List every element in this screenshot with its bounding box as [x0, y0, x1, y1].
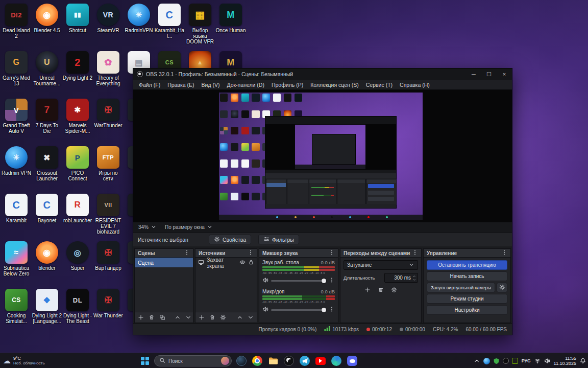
clock[interactable]: 11:55 11.10.2025 [554, 356, 576, 366]
discord-taskbar-icon[interactable] [346, 354, 359, 367]
slider-knob[interactable] [322, 308, 326, 312]
volume-icon[interactable] [544, 358, 550, 364]
visibility-eye-icon[interactable] [239, 259, 246, 266]
desktop-icon-karambit[interactable]: CKarambit [2, 194, 31, 223]
mute-button[interactable] [262, 276, 268, 285]
menu-help[interactable]: Справка (H) [396, 82, 433, 88]
weather-widget[interactable]: ☁ 9°C Неб. облачность [0, 356, 61, 366]
move-source-up-button[interactable] [237, 314, 243, 320]
obs-titlebar[interactable]: OBS 32.0.1 - Профиль: Безымянный - Сцены… [133, 68, 512, 80]
transition-select[interactable]: Затухание [344, 260, 418, 270]
close-button[interactable]: × [497, 68, 512, 80]
desktop-icon-radmin-vpn[interactable]: ✳Radmin VPN [2, 146, 31, 176]
menu-edit[interactable]: Правка (E) [164, 82, 198, 88]
desktop-icon-crossout-launcher[interactable]: ✖Crossout Launcher [33, 146, 61, 181]
desktop-icon-dead-island-2[interactable]: DI2Dead Island 2 [2, 4, 31, 39]
network-icon[interactable] [534, 358, 541, 364]
scene-item[interactable]: Сцена [135, 258, 193, 267]
menu-scene-collection[interactable]: Коллекция сцен (S) [307, 82, 362, 88]
sources-dock-header[interactable]: Источники [195, 249, 257, 258]
preview-canvas[interactable] [219, 93, 423, 220]
add-scene-button[interactable] [138, 314, 144, 320]
mute-button[interactable] [262, 305, 268, 314]
channel-options-icon[interactable] [329, 276, 335, 285]
desktop-icon-roblauncher[interactable]: RrobLauncher [63, 194, 92, 223]
source-properties-button[interactable] [220, 314, 226, 320]
slider-knob[interactable] [322, 279, 326, 283]
desktop-icon-bayonet[interactable]: CBayonet [33, 194, 61, 223]
start-button[interactable] [139, 355, 151, 367]
properties-button[interactable]: Свойства [209, 235, 251, 244]
desktop-icon-marvels-spider-m[interactable]: ✱Marvels Spider-M... [63, 99, 92, 134]
fit-mode-select[interactable]: По размеру окна [165, 224, 213, 231]
scenes-dock-header[interactable]: Сцены [135, 249, 193, 258]
desktop-icon-super[interactable]: ◎Super [63, 241, 92, 271]
youtube-taskbar-icon[interactable] [314, 354, 327, 367]
desktop-icon-dying-light-2[interactable]: 2Dying Light 2 [63, 51, 92, 81]
volume-slider[interactable] [271, 278, 326, 283]
telegram-taskbar-icon[interactable] [298, 354, 311, 367]
dock-menu-icon[interactable] [501, 249, 507, 257]
desktop-icon-once-human[interactable]: MOnce Human [216, 4, 245, 33]
obs-taskbar-icon[interactable] [282, 354, 296, 367]
desktop-icon-garry-s-mod-13[interactable]: GGarry's Mod 13 [2, 51, 31, 86]
menu-file[interactable]: Файл (F) [135, 82, 164, 88]
mixer-dock-header[interactable]: Микшер звука [259, 249, 338, 258]
desktop-icon-war-thunder[interactable]: ✠War Thunder [94, 289, 122, 318]
desktop-icon-unreal-tourname[interactable]: UUnreal Tourname... [33, 51, 61, 86]
desktop-icon-вартандер[interactable]: ✠ВарТандер [94, 241, 122, 271]
tray-expand-icon[interactable] [474, 358, 480, 364]
desktop-icon-blender-4-5[interactable]: ◉Blender 4.5 [33, 4, 61, 33]
remove-scene-button[interactable] [149, 314, 155, 320]
desktop-icon-grand-theft-auto-v[interactable]: VGrand Theft Auto V [2, 99, 31, 134]
desktop-icon-steamvr[interactable]: VRSteamVR [94, 4, 122, 33]
desktop-icon-warthunder[interactable]: ✠WarThunder [94, 99, 122, 128]
spin-up-icon[interactable] [412, 274, 416, 278]
desktop-icon-shotcut[interactable]: ▮▮Shotcut [63, 4, 92, 33]
nvidia-tray-icon[interactable] [512, 358, 518, 364]
desktop-icon-выбор-языка-doom-vfr[interactable]: ▦Выбор языка DOOM VFR [186, 4, 214, 44]
remove-source-button[interactable] [209, 314, 215, 320]
spin-down-icon[interactable] [412, 278, 416, 282]
vcam-settings-button[interactable] [497, 283, 507, 292]
desktop-icon-cooking-simulat[interactable]: CSCooking Simulat... [2, 289, 31, 324]
dock-menu-icon[interactable] [184, 249, 190, 257]
desktop-icon-resident-evil-7-biohazard[interactable]: VIIRESIDENT EVIL 7 biohazard [94, 194, 122, 235]
obs-tray-icon[interactable] [503, 358, 509, 364]
desktop-icon-dying-light-2-language[interactable]: ❖Dying Light 2 [Language... [33, 289, 61, 324]
desktop-icon-karambit-hal[interactable]: CKarambit_Hal... [155, 4, 184, 39]
desktop-icon-blender[interactable]: ◉blender [33, 241, 61, 271]
add-transition-button[interactable] [364, 287, 371, 293]
menu-tools[interactable]: Сервис (T) [362, 82, 396, 88]
language-indicator[interactable]: РУС [522, 358, 531, 363]
minimize-button[interactable]: ─ [466, 68, 481, 80]
desktop-icon-7-days-to-die[interactable]: 77 Days To Die [33, 99, 61, 134]
dock-menu-icon[interactable] [412, 249, 418, 257]
start-recording-button[interactable]: Начать запись [427, 271, 507, 281]
desktop-icon-theory-of-everything[interactable]: ✿Theory of Everything [94, 51, 122, 86]
move-scene-down-button[interactable] [185, 314, 191, 320]
remove-transition-button[interactable] [378, 287, 384, 293]
desktop-icon-radminvpn[interactable]: ✳RadminVPN [125, 4, 153, 33]
notifications-icon[interactable] [580, 358, 586, 364]
edge-taskbar-icon[interactable] [330, 354, 343, 367]
dock-menu-icon[interactable] [248, 249, 254, 257]
taskbar-search[interactable]: Поиск [154, 355, 232, 366]
desktop-icon-pico-connect[interactable]: PPICO Connect [63, 146, 92, 181]
zoom-level[interactable]: 34% [138, 224, 157, 231]
menu-view[interactable]: Вид (V) [198, 82, 224, 88]
filters-button[interactable]: Фильтры [258, 235, 299, 244]
source-item[interactable]: Захват экрана [195, 258, 257, 267]
defender-tray-icon[interactable] [493, 358, 500, 364]
menu-profile[interactable]: Профиль (P) [268, 82, 307, 88]
move-scene-up-button[interactable] [175, 314, 181, 320]
radmin-tray-icon[interactable] [483, 358, 490, 364]
maximize-button[interactable]: ☐ [481, 68, 497, 80]
steam-taskbar-icon[interactable] [235, 354, 248, 367]
desktop-icon-dying-light-the-beast[interactable]: DLDying Light - The Beast [63, 289, 92, 324]
menu-docks[interactable]: Док-панели (D) [223, 82, 267, 88]
volume-slider[interactable] [271, 307, 326, 312]
transitions-dock-header[interactable]: Переходы между сценами [340, 249, 421, 258]
virtual-camera-button[interactable]: Запуск виртуальной камеры [427, 283, 495, 292]
settings-button[interactable]: Настройки [427, 305, 507, 315]
